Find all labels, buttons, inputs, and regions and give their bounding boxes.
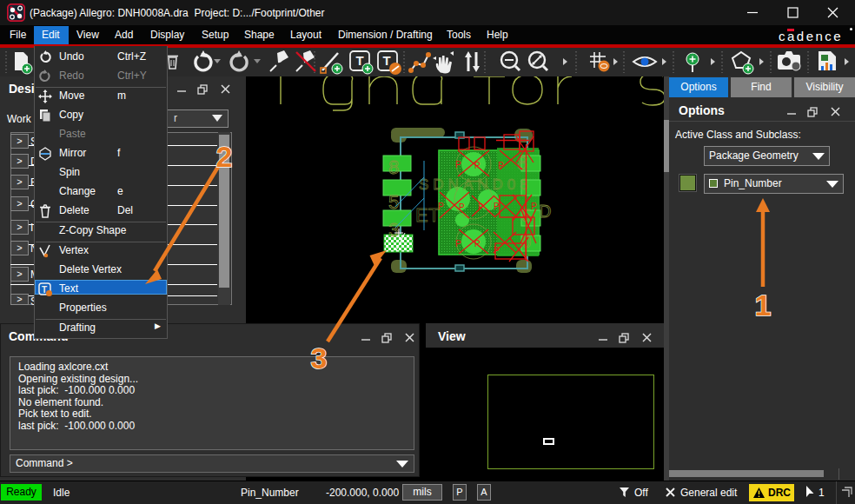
svg-text:3: 3: [311, 342, 328, 375]
svg-text:2: 2: [216, 140, 233, 173]
svg-text:1: 1: [755, 288, 772, 322]
